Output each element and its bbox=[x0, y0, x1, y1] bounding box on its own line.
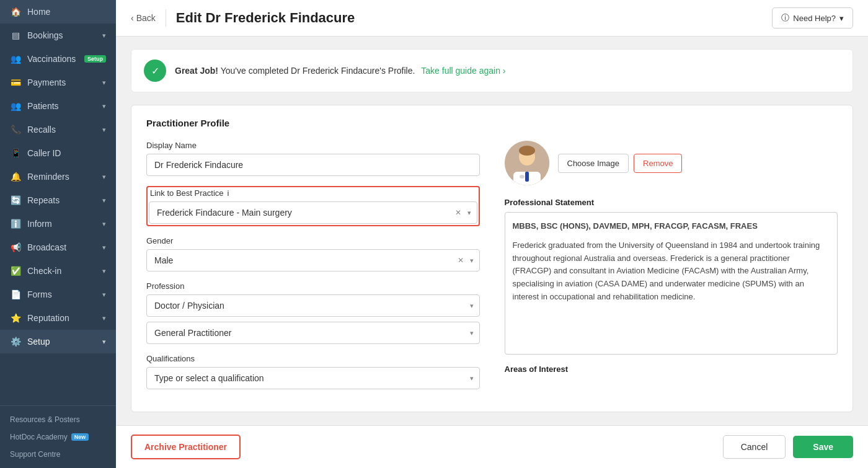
topbar: ‹ Back Edit Dr Frederick Findacure ⓘ Nee… bbox=[116, 0, 868, 37]
sidebar-item-label: Reputation bbox=[27, 313, 96, 323]
profession-select-wrap: Doctor / Physician ▾ bbox=[146, 294, 480, 317]
pro-statement-body: Frederick graduated from the University … bbox=[513, 239, 830, 304]
pro-statement-label: Professional Statement bbox=[505, 198, 838, 207]
remove-image-button[interactable]: Remove bbox=[634, 154, 682, 173]
chevron-down-icon: ▾ bbox=[102, 338, 106, 346]
success-link[interactable]: Take full guide again › bbox=[421, 66, 505, 76]
bookings-icon: ▤ bbox=[10, 30, 21, 40]
link-bp-select-wrap: Frederick Findacure - Main surgery ✕ ▾ bbox=[149, 201, 477, 224]
clear-icon[interactable]: ✕ bbox=[458, 256, 464, 265]
pro-statement-degrees: MBBS, BSC (HONS), DAVMED, MPH, FRACGP, F… bbox=[513, 220, 830, 233]
broadcast-icon: 📢 bbox=[10, 242, 21, 252]
avatar-placeholder bbox=[505, 141, 549, 185]
sidebar-item-vaccinations[interactable]: 👥 Vaccinations Setup bbox=[0, 47, 116, 71]
sidebar-item-label: Payments bbox=[27, 77, 96, 87]
back-button[interactable]: ‹ Back bbox=[131, 13, 156, 23]
avatar bbox=[505, 141, 549, 185]
sidebar-item-caller-id[interactable]: 📱 Caller ID bbox=[0, 141, 116, 165]
sidebar-item-label: Recalls bbox=[27, 125, 96, 135]
sidebar-item-repeats[interactable]: 🔄 Repeats ▾ bbox=[0, 188, 116, 212]
chevron-down-icon: ▾ bbox=[102, 102, 106, 110]
form-right: Choose Image Remove Professional Stateme… bbox=[505, 141, 838, 399]
sidebar-item-label: Home bbox=[27, 7, 106, 17]
chevron-down-icon: ▾ bbox=[102, 267, 106, 275]
sidebar: 🏠 Home ▤ Bookings ▾ 👥 Vaccinations Setup… bbox=[0, 0, 116, 468]
back-arrow-icon: ‹ bbox=[131, 13, 134, 23]
sidebar-item-broadcast[interactable]: 📢 Broadcast ▾ bbox=[0, 236, 116, 259]
sidebar-item-recalls[interactable]: 📞 Recalls ▾ bbox=[0, 118, 116, 141]
gender-select-wrap: Male ✕ ▾ bbox=[146, 249, 480, 272]
sidebar-footer-support[interactable]: Support Centre bbox=[0, 446, 116, 463]
back-label: Back bbox=[136, 13, 156, 23]
sidebar-item-forms[interactable]: 📄 Forms ▾ bbox=[0, 283, 116, 306]
gender-group: Gender Male ✕ ▾ bbox=[146, 236, 480, 272]
sidebar-item-bookings[interactable]: ▤ Bookings ▾ bbox=[0, 24, 116, 47]
gender-select[interactable]: Male bbox=[146, 249, 480, 272]
resources-label: Resources & Posters bbox=[10, 415, 80, 424]
display-name-label: Display Name bbox=[146, 141, 480, 150]
success-check-icon: ✓ bbox=[144, 60, 166, 82]
sidebar-footer-academy[interactable]: HotDoc Academy New bbox=[0, 428, 116, 446]
sidebar-item-label: Inform bbox=[27, 219, 96, 229]
areas-of-interest-label: Areas of Interest bbox=[505, 364, 838, 374]
specialty-select-wrap: General Practitioner ▾ bbox=[146, 322, 480, 344]
qualifications-group: Qualifications Type or select a qualific… bbox=[146, 354, 480, 389]
sidebar-item-label: Setup bbox=[27, 337, 96, 347]
save-button[interactable]: Save bbox=[793, 436, 853, 458]
chevron-down-icon: ▾ bbox=[102, 196, 106, 205]
sidebar-item-check-in[interactable]: ✅ Check-in ▾ bbox=[0, 259, 116, 283]
patients-icon: 👥 bbox=[10, 101, 21, 111]
help-button[interactable]: ⓘ Need Help? ▾ bbox=[772, 7, 853, 29]
profession-select[interactable]: Doctor / Physician bbox=[146, 294, 480, 317]
success-bold: Great Job! bbox=[175, 66, 218, 76]
sidebar-item-label: Broadcast bbox=[27, 242, 96, 252]
pro-statement-box[interactable]: MBBS, BSC (HONS), DAVMED, MPH, FRACGP, F… bbox=[505, 212, 838, 355]
gender-label: Gender bbox=[146, 236, 480, 245]
sidebar-item-label: Patients bbox=[27, 101, 96, 111]
support-label: Support Centre bbox=[10, 450, 60, 459]
cancel-button[interactable]: Cancel bbox=[723, 435, 786, 459]
sidebar-item-setup[interactable]: ⚙️ Setup ▾ bbox=[0, 330, 116, 353]
clear-icon[interactable]: ✕ bbox=[455, 208, 461, 217]
sidebar-item-home[interactable]: 🏠 Home bbox=[0, 0, 116, 24]
qualifications-select[interactable]: Type or select a qualification bbox=[146, 367, 480, 389]
sidebar-item-inform[interactable]: ℹ️ Inform ▾ bbox=[0, 212, 116, 236]
main-area: ‹ Back Edit Dr Frederick Findacure ⓘ Nee… bbox=[116, 0, 868, 468]
display-name-input[interactable] bbox=[146, 154, 480, 176]
chevron-down-icon: ▾ bbox=[102, 244, 106, 252]
sidebar-item-payments[interactable]: 💳 Payments ▾ bbox=[0, 71, 116, 94]
sidebar-item-label: Repeats bbox=[27, 195, 96, 205]
sidebar-footer: Resources & Posters HotDoc Academy New S… bbox=[0, 405, 116, 468]
avatar-illustration bbox=[505, 141, 549, 185]
sidebar-footer-resources[interactable]: Resources & Posters bbox=[0, 411, 116, 428]
setup-icon: ⚙️ bbox=[10, 337, 21, 347]
inform-icon: ℹ️ bbox=[10, 219, 21, 229]
sidebar-item-label: Vaccinations bbox=[27, 54, 78, 64]
vaccinations-icon: 👥 bbox=[10, 54, 21, 64]
success-banner: ✓ Great Job! You've completed Dr Frederi… bbox=[131, 49, 853, 92]
payments-icon: 💳 bbox=[10, 77, 21, 87]
qualifications-select-wrap: Type or select a qualification ▾ bbox=[146, 367, 480, 389]
chevron-down-icon: ▾ bbox=[102, 314, 106, 322]
sidebar-item-label: Bookings bbox=[27, 30, 96, 40]
sidebar-item-reminders[interactable]: 🔔 Reminders ▾ bbox=[0, 165, 116, 188]
form-left: Display Name Link to Best Practice i Fre… bbox=[146, 141, 480, 399]
choose-image-button[interactable]: Choose Image bbox=[558, 154, 629, 173]
reminders-icon: 🔔 bbox=[10, 172, 21, 182]
chevron-down-icon: ▾ bbox=[102, 291, 106, 299]
sidebar-item-reputation[interactable]: ⭐ Reputation ▾ bbox=[0, 306, 116, 330]
sidebar-item-label: Reminders bbox=[27, 172, 96, 182]
qualifications-label: Qualifications bbox=[146, 354, 480, 363]
help-label: Need Help? bbox=[793, 14, 836, 23]
archive-practitioner-button[interactable]: Archive Practitioner bbox=[131, 435, 241, 459]
pro-statement-section: Professional Statement MBBS, BSC (HONS),… bbox=[505, 198, 838, 355]
info-icon[interactable]: i bbox=[228, 188, 229, 198]
specialty-select[interactable]: General Practitioner bbox=[146, 322, 480, 344]
link-bp-select[interactable]: Frederick Findacure - Main surgery bbox=[149, 201, 477, 224]
card-title: Practitioner Profile bbox=[146, 118, 838, 128]
profession-group: Profession Doctor / Physician ▾ General … bbox=[146, 281, 480, 344]
academy-label: HotDoc Academy bbox=[10, 433, 68, 441]
sidebar-item-patients[interactable]: 👥 Patients ▾ bbox=[0, 94, 116, 118]
svg-point-5 bbox=[520, 175, 525, 179]
image-actions: Choose Image Remove bbox=[558, 154, 683, 173]
